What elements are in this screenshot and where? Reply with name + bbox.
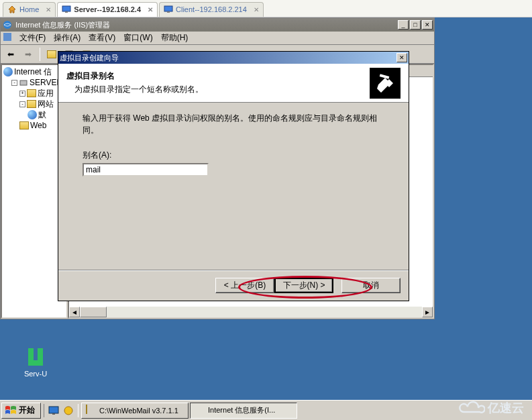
tab-label: Server--192.168.2.4 xyxy=(74,5,141,13)
watermark: 亿速云 xyxy=(458,400,524,416)
close-icon[interactable]: ✕ xyxy=(254,6,259,13)
collapse-icon[interactable]: - xyxy=(11,80,17,86)
next-button[interactable]: 下一步(N) > xyxy=(274,278,333,293)
menu-view[interactable]: 查看(V) xyxy=(85,31,119,45)
svg-rect-15 xyxy=(28,360,43,366)
svg-rect-17 xyxy=(52,413,55,415)
dialog-title: 虚拟目录创建向导 xyxy=(60,53,119,63)
iis-titlebar[interactable]: Internet 信息服务 (IIS)管理器 _ □ ✕ xyxy=(1,18,434,32)
menu-file[interactable]: 文件(F) xyxy=(15,31,50,45)
close-icon[interactable]: ✕ xyxy=(46,6,51,13)
svg-rect-10 xyxy=(20,81,27,85)
tab-label: Client--192.168.2.214 xyxy=(176,5,247,13)
tab-label: Home xyxy=(19,5,39,13)
iis-icon xyxy=(3,67,13,76)
iis-icon xyxy=(195,405,205,416)
iis-icon xyxy=(2,19,13,30)
menu-action[interactable]: 操作(A) xyxy=(50,31,85,45)
tab-server[interactable]: Server--192.168.2.4 ✕ xyxy=(57,2,158,17)
globe-icon xyxy=(28,110,37,119)
menu-help[interactable]: 帮助(H) xyxy=(157,31,193,45)
tree-root[interactable]: Internet 信 xyxy=(3,66,65,77)
menubar: 文件(F) 操作(A) 查看(V) 窗口(W) 帮助(H) xyxy=(1,32,434,45)
watermark-text: 亿速云 xyxy=(488,400,524,416)
servu-icon xyxy=(23,346,48,368)
forward-button[interactable]: ➡ xyxy=(21,47,36,62)
scroll-left-button[interactable]: ◂ xyxy=(69,307,80,317)
home-icon xyxy=(7,5,17,14)
back-button[interactable]: < 上一步(B) xyxy=(215,278,274,293)
close-button[interactable]: ✕ xyxy=(396,53,407,62)
app-icon xyxy=(3,33,11,43)
svg-rect-3 xyxy=(167,11,170,13)
wizard-icon xyxy=(370,68,401,99)
menu-window[interactable]: 窗口(W) xyxy=(119,31,156,45)
start-label: 开始 xyxy=(19,405,35,416)
virtual-directory-wizard: 虚拟目录创建向导 ✕ 虚拟目录别名 为虚拟目录指定一个短名称或别名。 输入用于获… xyxy=(58,51,409,301)
wizard-header: 虚拟目录别名 为虚拟目录指定一个短名称或别名。 xyxy=(58,64,409,103)
start-button[interactable]: 开始 xyxy=(1,403,41,419)
quick-launch-item[interactable] xyxy=(47,404,60,417)
folder-icon xyxy=(86,405,97,416)
taskbar-item-iis[interactable]: Internet 信息服务(I... xyxy=(190,403,297,419)
quick-launch xyxy=(44,404,78,417)
cancel-button[interactable]: 取消 xyxy=(341,278,401,293)
screen-icon xyxy=(164,5,173,14)
wizard-titlebar[interactable]: 虚拟目录创建向导 ✕ xyxy=(58,52,409,64)
close-icon[interactable]: ✕ xyxy=(148,6,153,13)
wizard-step-title: 虚拟目录别名 xyxy=(66,70,370,82)
quick-launch-item[interactable] xyxy=(62,404,75,417)
folder-icon xyxy=(27,89,36,98)
svg-point-18 xyxy=(64,407,72,415)
maximize-button[interactable]: □ xyxy=(410,20,421,30)
tree-server[interactable]: - SERVER xyxy=(3,77,65,88)
svg-rect-2 xyxy=(164,6,172,11)
tab-home[interactable]: Home ✕ xyxy=(3,2,56,17)
scroll-thumb[interactable] xyxy=(80,307,107,317)
taskbar: 开始 C:\WinWebMail v3.7.1.1 Internet 信息服务(… xyxy=(0,400,532,420)
screen-icon xyxy=(62,5,71,14)
alias-label: 别名(A): xyxy=(83,150,384,161)
server-icon xyxy=(19,78,28,87)
horizontal-scrollbar[interactable]: ◂ ▸ xyxy=(69,307,433,317)
close-button[interactable]: ✕ xyxy=(422,20,433,30)
svg-point-4 xyxy=(3,21,11,29)
desktop-icon-servu[interactable]: Serv-U xyxy=(12,346,59,378)
windows-flag-icon xyxy=(5,405,17,416)
window-title: Internet 信息服务 (IIS)管理器 xyxy=(15,20,110,30)
wizard-button-row: < 上一步(B) 下一步(N) > 取消 xyxy=(58,270,409,300)
task-label: C:\WinWebMail v3.7.1.1 xyxy=(99,407,178,415)
tree-websites[interactable]: - 网站 xyxy=(3,99,65,109)
svg-rect-16 xyxy=(49,407,58,413)
scroll-right-button[interactable]: ▸ xyxy=(422,307,433,317)
wizard-step-subtitle: 为虚拟目录指定一个短名称或别名。 xyxy=(66,84,370,95)
svg-rect-0 xyxy=(62,6,70,11)
taskbar-item-explorer[interactable]: C:\WinWebMail v3.7.1.1 xyxy=(81,403,189,419)
up-button[interactable] xyxy=(44,47,59,62)
back-button[interactable]: ⬅ xyxy=(3,47,18,62)
tree-web-ext[interactable]: Web xyxy=(3,120,65,131)
expand-icon[interactable]: + xyxy=(19,91,25,97)
tab-client[interactable]: Client--192.168.2.214 ✕ xyxy=(159,2,264,17)
folder-icon xyxy=(27,99,36,109)
instruction-text: 输入用于获得 Web 虚拟目录访问权限的别名。使用的命名规则应与目录命名规则相同… xyxy=(83,112,384,136)
wizard-body: 输入用于获得 Web 虚拟目录访问权限的别名。使用的命名规则应与目录命名规则相同… xyxy=(58,103,409,270)
svg-rect-5 xyxy=(3,33,11,41)
alias-input[interactable] xyxy=(83,163,209,176)
folder-icon xyxy=(19,121,29,130)
collapse-icon[interactable]: - xyxy=(19,101,25,107)
svg-rect-1 xyxy=(65,11,68,13)
browser-tab-bar: Home ✕ Server--192.168.2.4 ✕ Client--192… xyxy=(0,0,532,17)
tree-app-pools[interactable]: + 应用 xyxy=(3,88,65,99)
tree-default-site[interactable]: 默 xyxy=(3,109,65,120)
icon-label: Serv-U xyxy=(12,370,59,378)
minimize-button[interactable]: _ xyxy=(398,20,409,30)
task-label: Internet 信息服务(I... xyxy=(208,405,275,415)
